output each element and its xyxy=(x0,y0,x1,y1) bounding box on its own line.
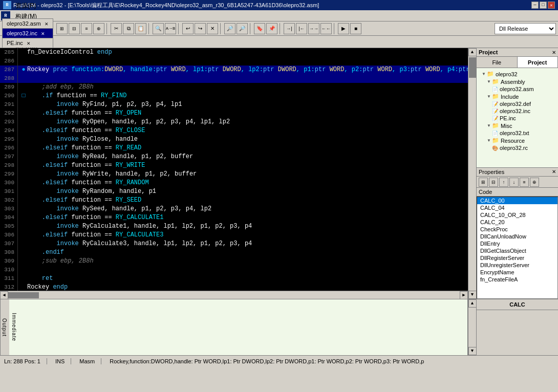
toolbar-bookmark[interactable]: 🔖 xyxy=(254,23,265,34)
maximize-button[interactable]: □ xyxy=(540,2,547,9)
vscroll-down-arrow[interactable]: ▼ xyxy=(468,291,477,299)
code-line-291[interactable]: 291 invoke RyFind, p1, p2, p3, p4, lp1 xyxy=(0,100,468,109)
code-line-297[interactable]: 297 invoke RyRead, handle, p1, p2, buffe… xyxy=(0,153,468,161)
hscroll-left-arrow[interactable]: ◀ xyxy=(0,291,8,299)
props-btn-1[interactable]: ⊞ xyxy=(479,178,488,187)
toolbar-undo[interactable]: ↩ xyxy=(182,23,194,34)
editor-tab-2[interactable]: PE.inc ✕ xyxy=(2,38,53,48)
close-button[interactable]: ✕ xyxy=(548,2,555,9)
toolbar-cut[interactable]: ✂ xyxy=(111,23,122,34)
code-item-checkproc[interactable]: CheckProc xyxy=(477,226,557,233)
build-config-dropdown[interactable]: Dll Release Dll Debug xyxy=(495,23,556,34)
tree-item-olepro32asm[interactable]: 📄olepro32.asm xyxy=(477,85,558,93)
code-line-287[interactable]: 287●Rockey proc function:DWORD, handle:p… xyxy=(0,66,468,74)
code-editor[interactable]: 285fn_DeviceIoControl endp286287●Rockey … xyxy=(0,48,468,291)
toolbar-find[interactable]: 🔍 xyxy=(153,23,164,34)
toolbar-paste[interactable]: 📋 xyxy=(135,23,146,34)
code-list[interactable]: CALC_00CALC_04CALC_10_OR_28CALC_20CheckP… xyxy=(477,197,558,299)
tree-item-assembly[interactable]: ▼📁Assembly xyxy=(477,78,558,85)
vscroll-track[interactable] xyxy=(469,56,476,291)
toolbar-replace[interactable]: A→B xyxy=(165,23,176,34)
tree-item-include[interactable]: ▼📁Include xyxy=(477,93,558,100)
code-line-296[interactable]: 296 .elseif function == RY_READ xyxy=(0,144,468,153)
code-item-calc_10_or_28[interactable]: CALC_10_OR_28 xyxy=(477,211,557,219)
code-line-292[interactable]: 292 .elseif function == RY_OPEN xyxy=(0,109,468,118)
props-btn-6[interactable]: ⊕ xyxy=(530,178,539,187)
code-line-294[interactable]: 294 .elseif function == RY_CLOSE xyxy=(0,126,468,135)
editor-tab-0[interactable]: olepro32.asm ✕ xyxy=(2,18,53,28)
code-item-calc_04[interactable]: CALC_04 xyxy=(477,204,557,211)
props-btn-4[interactable]: ↓ xyxy=(509,178,519,187)
minimize-button[interactable]: ─ xyxy=(531,2,539,9)
code-line-286[interactable]: 286 xyxy=(0,57,468,66)
code-line-289[interactable]: 289 ;add ebp, 2B8h xyxy=(0,83,468,92)
toolbar-indent[interactable]: →| xyxy=(284,23,295,34)
hscroll-track[interactable] xyxy=(8,292,460,298)
code-item-encryptname[interactable]: EncryptName xyxy=(477,269,557,276)
code-item-calc_20[interactable]: CALC_20 xyxy=(477,219,557,226)
tab-close-0[interactable]: ✕ xyxy=(45,21,49,27)
editor-tab-1[interactable]: olepro32.inc ✕ xyxy=(2,28,53,38)
code-line-310[interactable]: 310 xyxy=(0,266,468,274)
project-tab[interactable]: Project xyxy=(518,57,559,68)
toolbar-btn-6[interactable]: ⊟ xyxy=(69,23,80,34)
toolbar-redo[interactable]: ↪ xyxy=(195,23,206,34)
code-line-301[interactable]: 301 invoke RyRandom, handle, p1 xyxy=(0,187,468,196)
code-line-307[interactable]: 307 invoke RyCalculate3, handle, lp1, lp… xyxy=(0,239,468,248)
code-line-288[interactable]: 288 xyxy=(0,74,468,83)
output-scroll-down[interactable]: ▼ xyxy=(468,347,477,355)
hscroll-thumb[interactable] xyxy=(8,292,39,298)
menu-item-r[interactable]: 资源(R) xyxy=(12,1,47,11)
code-item-dllgetclassobject[interactable]: DllGetClassObject xyxy=(477,247,557,254)
props-close[interactable]: ✕ xyxy=(552,169,556,175)
toolbar-btn-17[interactable]: 🔎 xyxy=(224,23,235,34)
vscroll-thumb[interactable] xyxy=(469,57,476,78)
code-item-dllcanunloadnow[interactable]: DllCanUnloadNow xyxy=(477,233,557,240)
toolbar-btn-7[interactable]: ≡ xyxy=(81,23,92,34)
props-btn-2[interactable]: ⊟ xyxy=(489,178,498,187)
toolbar-btn-18[interactable]: 🔎 xyxy=(237,23,248,34)
editor-scroll-area[interactable]: 285fn_DeviceIoControl endp286287●Rockey … xyxy=(0,48,468,291)
toolbar-copy[interactable]: ⧉ xyxy=(123,23,134,34)
code-item-dllentry[interactable]: DllEntry xyxy=(477,240,557,247)
tree-item-peinc[interactable]: 📝PE.inc xyxy=(477,115,558,122)
code-line-305[interactable]: 305 invoke RyCalculate1, handle, lp1, lp… xyxy=(0,222,468,231)
tree-item-olepro32inc[interactable]: 📝olepro32.inc xyxy=(477,107,558,115)
toolbar-stop[interactable]: ■ xyxy=(350,23,361,34)
code-line-306[interactable]: 306 .elseif function == RY_CALCULATE3 xyxy=(0,231,468,239)
toolbar-delete[interactable]: ✕ xyxy=(207,23,218,34)
code-line-299[interactable]: 299 invoke RyWrite, handle, p1, p2, buff… xyxy=(0,170,468,179)
toolbar-unindent2[interactable]: ←← xyxy=(320,23,332,34)
code-line-300[interactable]: 300 .elseif function == RY_RANDOM xyxy=(0,179,468,187)
code-line-308[interactable]: 308 .endif xyxy=(0,248,468,257)
code-line-290[interactable]: 290□ .if function == RY_FIND xyxy=(0,92,468,100)
tab-close-2[interactable]: ✕ xyxy=(27,41,31,46)
file-tab[interactable]: File xyxy=(477,57,518,68)
editor-vertical-scrollbar[interactable]: ▲ ▼ xyxy=(468,48,476,299)
toolbar-btn-5[interactable]: ⊞ xyxy=(56,23,68,34)
toolbar-btn-8[interactable]: ⊕ xyxy=(93,23,104,34)
hscroll-right-arrow[interactable]: ▶ xyxy=(460,291,468,299)
code-line-295[interactable]: 295 invoke RyClose, handle xyxy=(0,135,468,144)
code-line-303[interactable]: 303 invoke RySeed, handle, p1, p2, p3, p… xyxy=(0,205,468,213)
code-item-calc_00[interactable]: CALC_00 xyxy=(477,197,557,204)
code-line-312[interactable]: 312Rockey endp xyxy=(0,283,468,291)
code-line-311[interactable]: 311 ret xyxy=(0,274,468,283)
code-line-304[interactable]: 304 .elseif function == RY_CALCULATE1 xyxy=(0,213,468,222)
tab-close-1[interactable]: ✕ xyxy=(41,31,45,36)
code-line-298[interactable]: 298 .elseif function == RY_WRITE xyxy=(0,161,468,170)
props-btn-3[interactable]: ↑ xyxy=(499,178,508,187)
toolbar-indent2[interactable]: →→ xyxy=(308,23,319,34)
tree-item-olepro32def[interactable]: 📝olepro32.def xyxy=(477,100,558,107)
props-btn-5[interactable]: ≡ xyxy=(520,178,529,187)
project-panel-close[interactable]: ✕ xyxy=(552,50,556,55)
tree-item-resource[interactable]: ▼📁Resource xyxy=(477,137,558,144)
vscroll-up-arrow[interactable]: ▲ xyxy=(468,48,477,56)
code-line-302[interactable]: 302 .elseif function == RY_SEED xyxy=(0,196,468,205)
toolbar-bookmark2[interactable]: 📌 xyxy=(266,23,277,34)
tree-item-olepro32rc[interactable]: 🎨olepro32.rc xyxy=(477,144,558,151)
output-scrollbar[interactable]: ▲ ▼ xyxy=(468,299,476,355)
tree-item-olepro32[interactable]: ▼📁olepro32 xyxy=(477,70,558,78)
code-line-293[interactable]: 293 invoke RyOpen, handle, p1, p2, p3, p… xyxy=(0,118,468,126)
toolbar-unindent[interactable]: |← xyxy=(296,23,307,34)
